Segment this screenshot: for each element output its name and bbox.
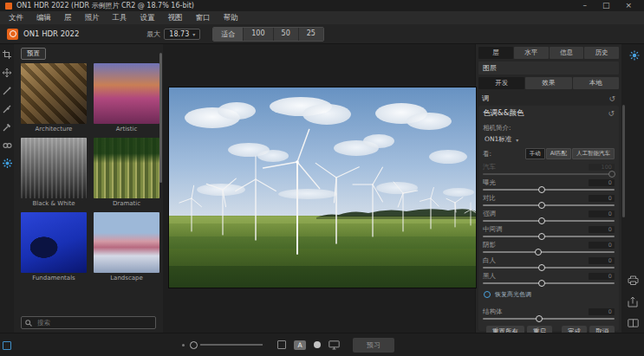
reset-pane-icon[interactable]: ↺ — [608, 95, 615, 102]
preset-dramatic[interactable]: Dramatic — [94, 138, 159, 207]
slider-knob[interactable] — [538, 233, 545, 240]
close-button[interactable]: × — [625, 0, 632, 11]
preset-search[interactable] — [21, 316, 156, 329]
menu-view[interactable]: 视图 — [168, 13, 183, 23]
tab-info[interactable]: 信息 — [550, 47, 584, 59]
preset-thumbnail[interactable] — [21, 212, 87, 273]
menu-edit[interactable]: 编辑 — [36, 13, 51, 23]
tab-effects[interactable]: 效果 — [525, 77, 571, 89]
slider-knob[interactable] — [538, 280, 545, 287]
tame-highlights-toggle[interactable]: 恢复高光色调 — [484, 290, 615, 299]
ai-quick-mask-icon[interactable] — [3, 159, 12, 168]
preview-opacity-slider[interactable] — [190, 341, 198, 349]
preset-scrollbar[interactable] — [159, 53, 162, 183]
panel-scrollbar[interactable] — [622, 105, 625, 217]
preset-thumbnail[interactable] — [21, 138, 87, 198]
slider-midtones[interactable]: 中间调0 — [483, 225, 615, 239]
slider-value[interactable]: 0 — [589, 242, 615, 249]
sync-settings-icon[interactable] — [629, 48, 640, 64]
preset-thumbnail[interactable]: MAGIC — [21, 287, 87, 313]
mask-chain-icon[interactable] — [3, 140, 12, 150]
slider-value[interactable]: 0 — [589, 308, 615, 315]
zoom-level-dropdown[interactable]: 18.73 ▾ — [164, 29, 200, 40]
export-icon[interactable] — [628, 296, 638, 307]
monitor-icon[interactable] — [329, 340, 340, 350]
soft-proof-checkbox[interactable] — [277, 340, 286, 349]
tab-levels[interactable]: 水平 — [514, 47, 549, 59]
radio-icon[interactable] — [484, 291, 491, 298]
photo-wind-turbines[interactable] — [169, 87, 476, 288]
layers-header[interactable]: 图层 — [478, 61, 619, 74]
preset-architecture[interactable]: Architecture — [21, 63, 87, 133]
tone-manual-button[interactable]: 手动 — [525, 148, 545, 159]
preset-thumbnail[interactable] — [21, 63, 87, 124]
tone-ai-auto-button[interactable]: 人工智能汽车 — [572, 148, 615, 159]
menu-window[interactable]: 窗口 — [196, 13, 211, 23]
tone-ai-match-button[interactable]: AI匹配 — [546, 148, 571, 159]
tab-develop[interactable]: 开发 — [478, 77, 524, 89]
preset-thumbnail[interactable] — [94, 212, 159, 273]
zoom-50-button[interactable]: 50 — [274, 28, 299, 41]
slider-auto[interactable]: 汽车100 — [483, 163, 615, 177]
menu-photo[interactable]: 照片 — [85, 13, 100, 23]
tab-local[interactable]: 本地 — [573, 77, 619, 89]
tab-history[interactable]: 历史 — [584, 47, 619, 59]
slider-value[interactable]: 0 — [589, 179, 615, 186]
tab-layers[interactable]: 层 — [478, 47, 513, 59]
slider-value[interactable]: 100 — [589, 164, 615, 171]
preset-artistic[interactable]: Artistic — [94, 63, 159, 133]
slider-knob[interactable] — [538, 217, 545, 224]
slider-label: 曝光 — [483, 178, 496, 187]
zoom-25-button[interactable]: 25 — [299, 28, 323, 41]
compare-view-icon[interactable] — [628, 319, 639, 327]
slider-structure[interactable]: 结构体0 — [483, 307, 615, 321]
camera-profile-dropdown[interactable]: ON1标准 ▾ — [485, 135, 615, 144]
presets-tab[interactable]: 预置 — [21, 48, 46, 60]
adjustment-brush-icon[interactable] — [3, 86, 12, 95]
menu-tools[interactable]: 工具 — [113, 13, 127, 23]
slider-exposure[interactable]: 曝光0 — [483, 178, 615, 192]
refine-brush-icon[interactable] — [3, 122, 12, 132]
browse-toggle-icon[interactable] — [3, 341, 11, 350]
slider-value[interactable]: 0 — [589, 210, 615, 217]
transform-tool-icon[interactable] — [3, 68, 12, 77]
menu-help[interactable]: 帮助 — [224, 13, 238, 23]
slider-knob[interactable] — [538, 186, 545, 193]
menu-file[interactable]: 文件 — [9, 13, 23, 23]
slider-value[interactable]: 0 — [589, 273, 615, 280]
print-icon[interactable] — [628, 275, 639, 285]
zoom-fit-button[interactable]: 适合 — [213, 28, 244, 41]
crop-tool-icon[interactable] — [3, 49, 12, 59]
preview-button[interactable]: 预习 — [353, 338, 394, 353]
mask-view-icon[interactable] — [314, 341, 321, 348]
preset-landscape[interactable]: Landscape — [94, 212, 159, 282]
auto-preview-button[interactable]: A — [294, 340, 306, 350]
menu-settings[interactable]: 设置 — [140, 13, 155, 23]
slider-contrast[interactable]: 对比0 — [483, 194, 615, 208]
search-input[interactable] — [36, 318, 152, 327]
slider-knob[interactable] — [538, 264, 545, 271]
maximize-button[interactable]: □ — [602, 0, 610, 11]
reset-section-icon[interactable]: ↺ — [608, 110, 615, 117]
menu-layer[interactable]: 层 — [64, 13, 72, 23]
preset-thumbnail[interactable] — [94, 63, 159, 124]
masking-brush-icon[interactable] — [3, 104, 12, 113]
slider-knob[interactable] — [536, 315, 543, 322]
minimize-button[interactable]: – — [582, 0, 587, 11]
slider-highlights[interactable]: 强调0 — [483, 210, 615, 223]
preview-opacity-track[interactable] — [200, 344, 263, 346]
zoom-100-button[interactable]: 100 — [244, 28, 273, 41]
slider-knob[interactable] — [608, 171, 615, 178]
preset-thumbnail[interactable] — [94, 138, 159, 198]
slider-knob[interactable] — [535, 249, 542, 256]
slider-value[interactable]: 0 — [589, 257, 615, 264]
slider-value[interactable]: 0 — [589, 195, 615, 202]
preset-fundamentals[interactable]: Fundamentals — [21, 212, 87, 282]
preset-black-white[interactable]: Black & White — [21, 138, 87, 207]
slider-shadows[interactable]: 阴影0 — [483, 241, 615, 255]
slider-knob[interactable] — [538, 202, 545, 209]
preset-magic[interactable]: MAGIC — [21, 287, 87, 313]
slider-blacks[interactable]: 黑人0 — [483, 272, 615, 286]
slider-value[interactable]: 0 — [589, 226, 615, 233]
slider-whites[interactable]: 白人0 — [483, 256, 615, 270]
